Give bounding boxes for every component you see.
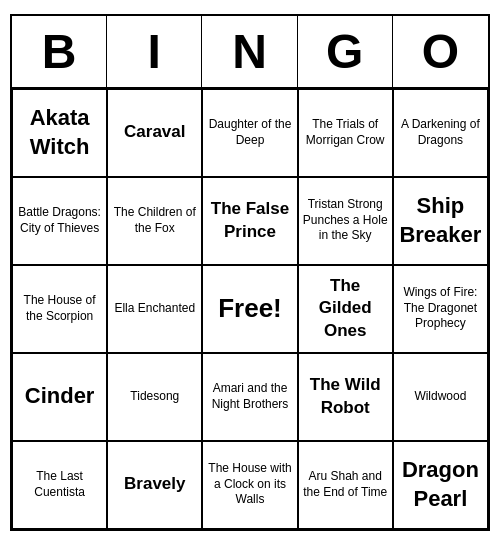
- bingo-cell-20: The Last Cuentista: [12, 441, 107, 529]
- bingo-cell-8: Tristan Strong Punches a Hole in the Sky: [298, 177, 393, 265]
- bingo-cell-4: A Darkening of Dragons: [393, 89, 488, 177]
- bingo-cell-18: The Wild Robot: [298, 353, 393, 441]
- bingo-letter-n: N: [202, 16, 297, 87]
- bingo-cell-10: The House of the Scorpion: [12, 265, 107, 353]
- bingo-cell-2: Daughter of the Deep: [202, 89, 297, 177]
- bingo-cell-5: Battle Dragons: City of Thieves: [12, 177, 107, 265]
- bingo-grid: Akata WitchCaravalDaughter of the DeepTh…: [12, 89, 488, 529]
- bingo-header: BINGO: [12, 16, 488, 89]
- bingo-cell-23: Aru Shah and the End of Time: [298, 441, 393, 529]
- bingo-letter-g: G: [298, 16, 393, 87]
- bingo-cell-14: Wings of Fire: The Dragonet Prophecy: [393, 265, 488, 353]
- bingo-letter-o: O: [393, 16, 488, 87]
- bingo-cell-16: Tidesong: [107, 353, 202, 441]
- bingo-cell-17: Amari and the Night Brothers: [202, 353, 297, 441]
- bingo-cell-7: The False Prince: [202, 177, 297, 265]
- bingo-cell-6: The Children of the Fox: [107, 177, 202, 265]
- bingo-cell-11: Ella Enchanted: [107, 265, 202, 353]
- bingo-cell-1: Caraval: [107, 89, 202, 177]
- bingo-cell-21: Bravely: [107, 441, 202, 529]
- bingo-cell-3: The Trials of Morrigan Crow: [298, 89, 393, 177]
- bingo-cell-9: Ship Breaker: [393, 177, 488, 265]
- bingo-cell-15: Cinder: [12, 353, 107, 441]
- bingo-cell-12: Free!: [202, 265, 297, 353]
- bingo-cell-19: Wildwood: [393, 353, 488, 441]
- bingo-cell-24: Dragon Pearl: [393, 441, 488, 529]
- bingo-letter-i: I: [107, 16, 202, 87]
- bingo-cell-13: The Gilded Ones: [298, 265, 393, 353]
- bingo-card: BINGO Akata WitchCaravalDaughter of the …: [10, 14, 490, 531]
- bingo-cell-22: The House with a Clock on its Walls: [202, 441, 297, 529]
- bingo-letter-b: B: [12, 16, 107, 87]
- bingo-cell-0: Akata Witch: [12, 89, 107, 177]
